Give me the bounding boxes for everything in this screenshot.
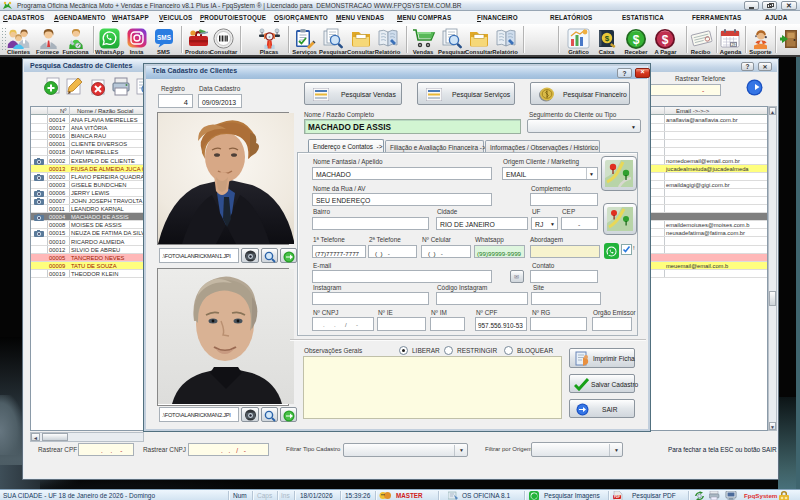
svg-text:29: 29 [732,43,736,47]
svg-text:PDF: PDF [614,495,620,499]
svg-text:$: $ [662,33,669,47]
svg-text:SMS: SMS [157,34,172,41]
svg-text:$: $ [605,34,610,43]
svg-text:$: $ [633,33,640,47]
